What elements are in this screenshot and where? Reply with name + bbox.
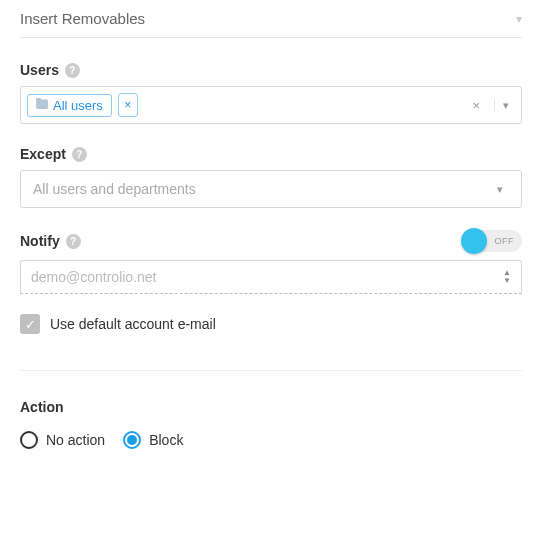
user-chip[interactable]: All users <box>27 94 112 117</box>
chip-remove-button[interactable]: × <box>118 93 138 117</box>
chip-label: All users <box>53 98 103 113</box>
action-label: Action <box>20 399 522 415</box>
radio-label-no-action: No action <box>46 432 105 448</box>
users-field: Users ? All users × × ▾ <box>20 62 522 124</box>
radio-no-action[interactable]: No action <box>20 431 105 449</box>
radio-dot-icon <box>127 435 137 445</box>
radio-block[interactable]: Block <box>123 431 183 449</box>
chevron-down-icon[interactable]: ▾ <box>516 12 522 26</box>
default-email-checkbox[interactable]: ✓ <box>20 314 40 334</box>
notify-email-value: demo@controlio.net <box>31 269 157 285</box>
users-label: Users <box>20 62 59 78</box>
radio-label-block: Block <box>149 432 183 448</box>
section-title: Insert Removables <box>20 10 145 27</box>
clear-icon[interactable]: × <box>464 98 488 113</box>
toggle-thumb[interactable] <box>461 228 487 254</box>
help-icon[interactable]: ? <box>65 63 80 78</box>
except-select[interactable]: All users and departments ▾ <box>20 170 522 208</box>
radio-icon-checked <box>123 431 141 449</box>
folder-icon <box>36 98 48 112</box>
help-icon[interactable]: ? <box>66 234 81 249</box>
except-field: Except ? All users and departments ▾ <box>20 146 522 208</box>
dropdown-caret-icon[interactable]: ▾ <box>494 99 515 112</box>
stepper-control[interactable]: ▲ ▼ <box>503 269 511 285</box>
notify-email-input[interactable]: demo@controlio.net ▲ ▼ <box>20 260 522 294</box>
action-field: Action No action Block <box>20 399 522 449</box>
divider <box>20 370 522 371</box>
notify-label: Notify <box>20 233 60 249</box>
help-icon[interactable]: ? <box>72 147 87 162</box>
notify-field: Notify ? OFF demo@controlio.net ▲ ▼ ✓ Us… <box>20 230 522 334</box>
except-placeholder: All users and departments <box>33 181 196 197</box>
stepper-down-icon[interactable]: ▼ <box>503 277 511 285</box>
radio-icon <box>20 431 38 449</box>
section-header[interactable]: Insert Removables ▾ <box>20 0 522 38</box>
dropdown-caret-icon[interactable]: ▾ <box>489 183 509 196</box>
default-email-label: Use default account e-mail <box>50 316 216 332</box>
except-label: Except <box>20 146 66 162</box>
users-multiselect[interactable]: All users × × ▾ <box>20 86 522 124</box>
toggle-state-label: OFF <box>495 236 515 246</box>
notify-toggle[interactable]: OFF <box>466 230 522 252</box>
